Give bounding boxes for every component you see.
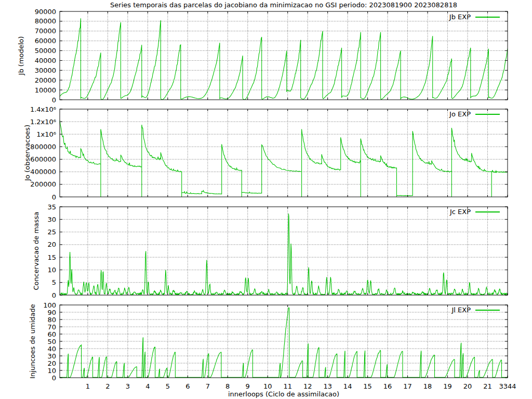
svg-text:20: 20 xyxy=(47,241,56,248)
svg-text:50: 50 xyxy=(47,338,56,345)
svg-text:90: 90 xyxy=(47,309,56,316)
svg-text:600000: 600000 xyxy=(30,155,56,163)
svg-text:2: 2 xyxy=(105,382,110,390)
chart-title: Series temporais das parcelas do jacobia… xyxy=(60,1,508,9)
legend-line-sample xyxy=(475,211,500,212)
legend-jo: Jo EXP xyxy=(449,110,500,118)
svg-text:6: 6 xyxy=(185,382,190,390)
svg-text:8: 8 xyxy=(225,382,230,390)
legend-label-jl: Jl EXP xyxy=(451,306,471,314)
svg-text:0: 0 xyxy=(52,193,56,201)
legend-jc: Jc EXP xyxy=(450,208,500,216)
legend-line-sample xyxy=(475,17,500,18)
svg-text:50000: 50000 xyxy=(35,47,56,55)
chart-figure: 0100002000030000400005000060000700008000… xyxy=(0,0,532,399)
svg-text:1: 1 xyxy=(86,382,90,390)
svg-text:20: 20 xyxy=(463,382,472,390)
svg-text:10: 10 xyxy=(47,367,56,375)
svg-text:12: 12 xyxy=(303,382,312,390)
svg-text:80000: 80000 xyxy=(35,17,56,25)
svg-text:60000: 60000 xyxy=(35,37,56,45)
svg-text:0: 0 xyxy=(52,291,56,299)
svg-text:100: 100 xyxy=(43,301,56,309)
svg-text:3344: 3344 xyxy=(499,382,516,390)
svg-text:1x10⁶: 1x10⁶ xyxy=(36,130,56,138)
legend-jl: Jl EXP xyxy=(451,306,500,314)
svg-text:15: 15 xyxy=(47,254,56,261)
legend-label-jo: Jo EXP xyxy=(449,110,471,118)
svg-text:80: 80 xyxy=(47,316,56,324)
svg-text:70: 70 xyxy=(47,323,56,331)
svg-text:21: 21 xyxy=(483,382,492,390)
legend-line-sample xyxy=(475,114,500,115)
svg-text:1.4x10⁶: 1.4x10⁶ xyxy=(30,105,56,113)
svg-text:30000: 30000 xyxy=(35,66,56,74)
legend-line-sample xyxy=(475,310,500,311)
svg-text:18: 18 xyxy=(423,382,432,390)
svg-text:16: 16 xyxy=(383,382,392,390)
svg-text:40000: 40000 xyxy=(35,57,56,64)
svg-text:20000: 20000 xyxy=(35,76,56,84)
svg-text:14: 14 xyxy=(343,382,352,390)
svg-text:35: 35 xyxy=(47,203,56,211)
svg-text:0: 0 xyxy=(52,374,56,382)
legend-jb: Jb EXP xyxy=(449,13,500,21)
svg-text:10: 10 xyxy=(47,266,56,274)
y-axis-label-jo: Jo (observacoes) xyxy=(23,75,32,231)
svg-text:40: 40 xyxy=(47,345,56,353)
svg-text:11: 11 xyxy=(283,382,292,390)
svg-text:70000: 70000 xyxy=(35,27,56,35)
svg-text:30: 30 xyxy=(47,216,56,223)
svg-text:9: 9 xyxy=(246,382,250,390)
plot-canvas: 0100002000030000400005000060000700008000… xyxy=(0,0,532,399)
svg-text:90000: 90000 xyxy=(35,8,56,16)
svg-text:5: 5 xyxy=(166,382,170,390)
svg-text:13: 13 xyxy=(323,382,332,390)
legend-label-jb: Jb EXP xyxy=(449,13,471,21)
legend-label-jc: Jc EXP xyxy=(450,208,471,216)
svg-text:25: 25 xyxy=(47,228,56,236)
svg-text:3: 3 xyxy=(126,382,130,390)
x-axis-label: innerloops (Ciclo de assimilacao) xyxy=(60,390,508,398)
svg-text:20: 20 xyxy=(47,360,56,367)
svg-text:19: 19 xyxy=(443,382,452,390)
svg-text:800000: 800000 xyxy=(30,143,56,151)
svg-text:15: 15 xyxy=(363,382,372,390)
svg-text:17: 17 xyxy=(403,382,412,390)
svg-text:1.2x10⁶: 1.2x10⁶ xyxy=(30,118,56,126)
svg-text:60: 60 xyxy=(47,330,56,338)
svg-text:10: 10 xyxy=(263,382,272,390)
svg-text:0: 0 xyxy=(52,96,56,104)
svg-text:30: 30 xyxy=(47,352,56,360)
svg-text:10000: 10000 xyxy=(35,86,56,94)
svg-text:4: 4 xyxy=(145,382,150,390)
y-axis-label-jl: Injuncoes de umidade xyxy=(29,263,37,399)
svg-text:5: 5 xyxy=(52,278,56,286)
svg-text:7: 7 xyxy=(206,382,210,390)
